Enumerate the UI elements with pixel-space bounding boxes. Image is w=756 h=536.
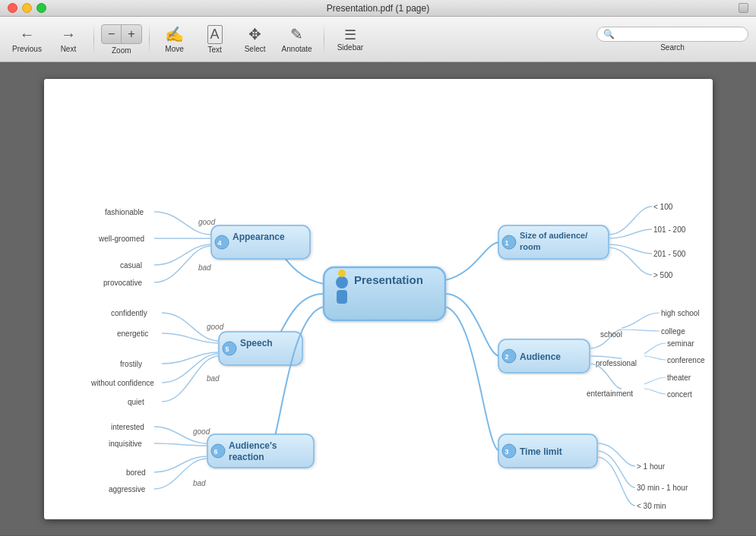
line-gt500	[609, 248, 652, 275]
line-bored	[154, 456, 207, 472]
annotate-label: Annotate	[282, 45, 312, 53]
zoom-out-button[interactable]: −	[102, 25, 122, 43]
highschool-label: high school	[661, 309, 700, 317]
title-bar: Presentation.pdf (1 page)	[0, 0, 756, 17]
search-bar[interactable]: 🔍	[596, 27, 748, 42]
window-resize-button[interactable]	[739, 3, 748, 13]
zoom-label: Zoom	[112, 46, 131, 55]
select-button[interactable]: ✥ Select	[237, 23, 274, 55]
pdf-page: Presentation 4 Appearance good bad fashi…	[44, 79, 713, 519]
line-audiencereaction	[268, 307, 324, 451]
svg-text:5: 5	[225, 345, 229, 353]
timelimit-label: Time limit	[520, 446, 562, 457]
line-highschool	[622, 313, 660, 328]
casual-label: casual	[120, 261, 142, 270]
line-professional	[590, 356, 622, 358]
next-label: Next	[61, 45, 77, 53]
inquisitive-label: inquisitive	[109, 440, 142, 448]
30min1hour-label: 30 min - 1 hour	[637, 484, 688, 492]
line-size	[445, 242, 500, 280]
separator-2	[149, 24, 150, 55]
line-seminar	[644, 343, 666, 354]
move-label: Move	[165, 45, 183, 53]
201500-label: 201 - 500	[653, 250, 686, 258]
audiencereaction-label2: reaction	[229, 452, 264, 462]
svg-point-0	[336, 276, 348, 288]
lt100-label: < 100	[653, 203, 673, 211]
line-gt1hour	[597, 443, 635, 466]
svg-point-2	[338, 270, 346, 277]
audience-label: Audience	[520, 352, 561, 362]
theater-label: theater	[667, 374, 691, 382]
line-conference	[644, 356, 666, 360]
zoom-in-button[interactable]: +	[122, 25, 141, 43]
provocative-label: provocative	[103, 279, 143, 287]
text-icon: A	[207, 25, 223, 44]
minimize-button[interactable]	[22, 3, 32, 13]
window-title: Presentation.pdf (1 page)	[327, 3, 429, 14]
svg-text:1: 1	[505, 239, 508, 247]
wellgroomed-label: well-groomed	[98, 235, 144, 243]
search-label: Search	[596, 43, 748, 52]
ar-bad: bad	[193, 479, 206, 487]
withoutconfidence-label: without confidence	[90, 379, 154, 387]
svg-text:2: 2	[505, 353, 508, 361]
line-inquisitive	[154, 443, 207, 446]
close-button[interactable]	[8, 3, 17, 13]
professional-label: professional	[596, 359, 637, 367]
lt30min-label: < 30 min	[637, 502, 666, 510]
previous-label: Previous	[12, 45, 42, 53]
school-label: school	[600, 330, 622, 339]
energetic-label: energetic	[117, 329, 148, 338]
main-area: Presentation 4 Appearance good bad fashi…	[0, 62, 756, 535]
previous-button[interactable]: ← Previous	[8, 24, 46, 55]
svg-text:6: 6	[214, 448, 217, 456]
seminar-label: seminar	[667, 339, 694, 348]
text-label: Text	[207, 46, 221, 54]
move-button[interactable]: ✍ Move	[157, 23, 193, 55]
quiet-label: quiet	[128, 398, 144, 406]
sidebar-label: Sidebar	[337, 43, 363, 52]
appearance-label: Appearance	[232, 232, 285, 242]
annotate-button[interactable]: ✎ Annotate	[277, 23, 317, 55]
frostily-label: frostily	[120, 360, 142, 368]
next-button[interactable]: → Next	[50, 24, 87, 55]
gt500-label: > 500	[653, 271, 673, 279]
svg-text:3: 3	[505, 448, 508, 456]
college-label: college	[661, 327, 685, 336]
maximize-button[interactable]	[36, 3, 46, 13]
speech-bad: bad	[207, 374, 220, 383]
interested-label: interested	[111, 423, 144, 431]
zoom-group[interactable]: − +	[101, 24, 142, 44]
speech-label: Speech	[240, 338, 273, 348]
entertainment-label: entertainment	[587, 389, 633, 398]
mindmap-svg: Presentation 4 Appearance good bad fashi…	[44, 79, 713, 519]
search-input[interactable]	[618, 30, 742, 39]
concert-label: concert	[667, 390, 692, 399]
ar-good: good	[193, 427, 210, 436]
line-college	[622, 329, 660, 331]
svg-rect-1	[337, 290, 347, 304]
aggressive-label: aggressive	[109, 485, 146, 493]
sidebar-button[interactable]: ☰ Sidebar	[331, 24, 369, 54]
line-timelimit	[445, 307, 500, 451]
select-label: Select	[245, 45, 266, 53]
separator-1	[93, 24, 94, 55]
svg-text:4: 4	[217, 239, 221, 247]
speech-good: good	[207, 323, 224, 331]
line-audience	[445, 294, 500, 356]
text-button[interactable]: A Text	[197, 23, 233, 56]
move-icon: ✍	[165, 25, 184, 43]
line-concert	[644, 389, 666, 394]
appearance-good: good	[198, 218, 216, 226]
traffic-lights[interactable]	[8, 3, 46, 13]
appearance-bad: bad	[198, 263, 211, 272]
size-label2: room	[520, 242, 541, 251]
confidently-label: confidently	[111, 309, 147, 317]
sidebar-icon: ☰	[344, 27, 356, 43]
line-energetic	[162, 333, 219, 343]
search-icon: 🔍	[603, 29, 615, 39]
audiencereaction-label: Audience's	[229, 440, 277, 451]
size-label: Size of audience/	[520, 231, 587, 240]
101200-label: 101 - 200	[653, 225, 686, 234]
